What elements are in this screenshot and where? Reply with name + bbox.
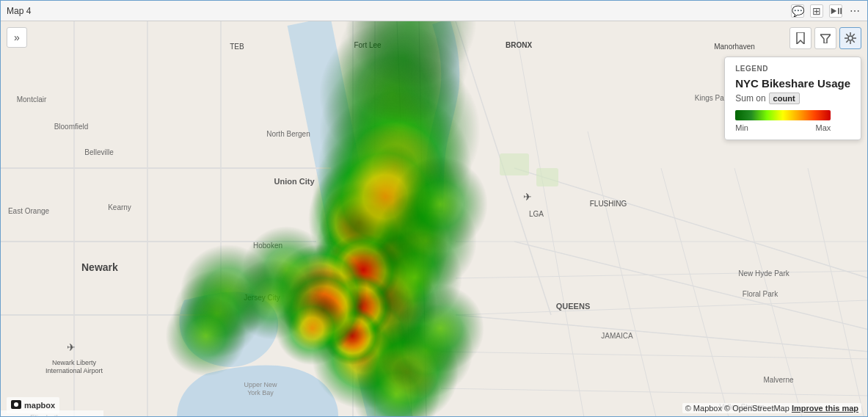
svg-line-72 — [846, 40, 848, 43]
map-controls — [789, 27, 861, 49]
play-icon-btn[interactable] — [829, 4, 842, 18]
svg-point-74 — [14, 402, 18, 407]
expand-icon: » — [14, 32, 20, 43]
legend-sum-row: Sum on count — [735, 93, 850, 104]
settings-control-btn[interactable] — [839, 27, 861, 49]
svg-rect-2 — [838, 7, 839, 13]
improve-map-link[interactable]: Improve this map — [792, 404, 858, 413]
svg-line-71 — [853, 34, 855, 36]
legend-max-label: Max — [815, 123, 831, 132]
mapbox-logo: mapbox — [7, 397, 59, 413]
bookmark-control-btn[interactable] — [789, 27, 812, 49]
filter-icon — [820, 33, 831, 43]
legend-min-label: Min — [735, 123, 748, 132]
legend-title: NYC Bikeshare Usage — [735, 77, 850, 90]
expand-button[interactable]: » — [7, 27, 27, 48]
map-area[interactable]: TEB Fort Lee BRONX Manorhaven Montclair … — [1, 21, 867, 416]
svg-point-64 — [848, 36, 853, 40]
legend-panel: LEGEND NYC Bikeshare Usage Sum on count … — [724, 57, 861, 140]
attribution: © Mapbox © OpenStreetMap Improve this ma… — [682, 403, 861, 413]
svg-text:mapbox: mapbox — [24, 401, 55, 410]
title-bar: Map 4 💬 ⊞ ⋯ — [1, 1, 867, 21]
chat-icon-btn[interactable]: 💬 — [791, 4, 804, 18]
svg-rect-3 — [840, 7, 842, 13]
grid-icon-btn[interactable]: ⊞ — [810, 4, 823, 18]
attribution-text: © Mapbox © OpenStreetMap — [685, 404, 792, 413]
svg-marker-63 — [820, 35, 831, 43]
app-window: Map 4 💬 ⊞ ⋯ — [0, 0, 868, 417]
legend-section-label: LEGEND — [735, 65, 850, 73]
settings-icon — [845, 32, 856, 44]
legend-sum-text: Sum on — [735, 93, 765, 104]
filter-control-btn[interactable] — [814, 27, 836, 49]
svg-line-70 — [853, 40, 855, 43]
svg-marker-0 — [831, 7, 837, 13]
window-title: Map 4 — [7, 6, 31, 16]
svg-marker-62 — [797, 32, 804, 44]
bookmark-icon — [795, 32, 806, 44]
svg-line-69 — [846, 34, 848, 36]
title-bar-left: Map 4 — [7, 6, 31, 16]
legend-count-badge: count — [769, 93, 800, 104]
legend-min-max: Min Max — [735, 123, 831, 132]
title-bar-right: 💬 ⊞ ⋯ — [791, 4, 861, 18]
legend-gradient-bar — [735, 110, 831, 120]
more-icon-btn[interactable]: ⋯ — [848, 4, 861, 18]
